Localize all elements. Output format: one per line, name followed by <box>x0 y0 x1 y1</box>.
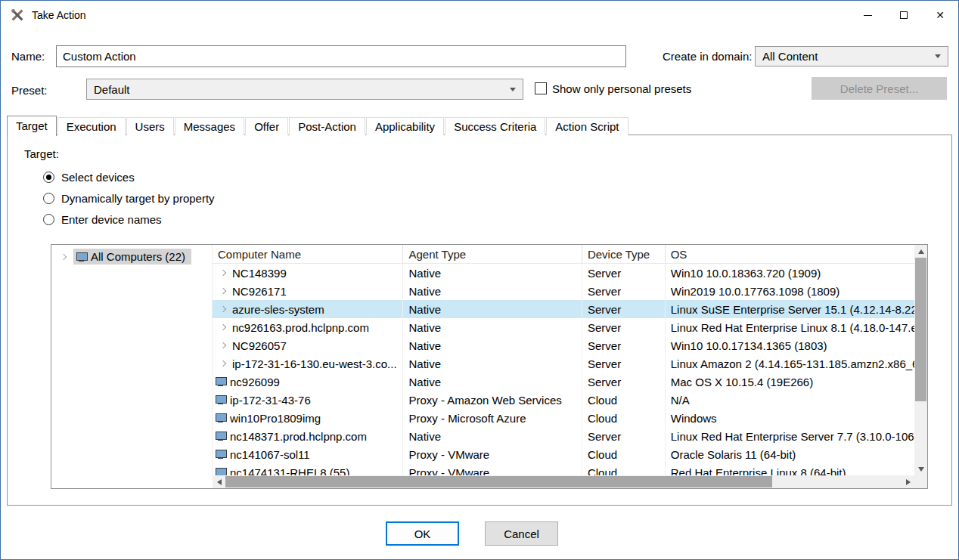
scroll-right-button[interactable] <box>902 475 914 488</box>
device-row[interactable]: ip-172-31-43-76Proxy - Amazon Web Servic… <box>213 391 914 409</box>
device-type-cell: Server <box>582 282 666 300</box>
agent-type-cell: Native <box>403 318 582 336</box>
name-input[interactable] <box>56 45 626 67</box>
expand-chevron-icon[interactable] <box>220 270 226 276</box>
arrow-left-icon <box>217 479 222 485</box>
tab-post-action[interactable]: Post-Action <box>289 117 365 135</box>
device-type-cell: Cloud <box>582 391 666 409</box>
column-header-computer-name[interactable]: Computer Name <box>213 245 403 263</box>
target-section-label: Target: <box>24 147 59 160</box>
agent-type-cell: Native <box>403 427 582 445</box>
horizontal-scroll-thumb[interactable] <box>225 476 772 487</box>
expand-chevron-icon[interactable] <box>220 306 226 312</box>
device-row[interactable]: azure-sles-systemNativeServerLinux SuSE … <box>213 300 914 318</box>
computer-name: ip-172-31-43-76 <box>230 394 311 407</box>
device-row[interactable]: nc148371.prod.hclpnp.comNativeServerLinu… <box>213 427 914 445</box>
close-button[interactable]: ✕ <box>922 1 958 29</box>
expand-chevron-icon[interactable] <box>61 253 67 259</box>
computer-name: nc141067-sol11 <box>230 448 310 461</box>
computer-name-cell: win10Pro1809img <box>213 409 403 427</box>
device-row[interactable]: ip-172-31-16-130.eu-west-3.co...NativeSe… <box>213 354 914 373</box>
minimize-button[interactable] <box>849 1 886 29</box>
device-type-cell: Server <box>582 264 666 282</box>
os-cell: Linux Amazon 2 (4.14.165-131.185.amzn2.x… <box>666 354 914 373</box>
column-header-os[interactable]: OS <box>666 245 914 263</box>
device-row[interactable]: nc141067-sol11Proxy - VMwareCloudOracle … <box>213 445 914 463</box>
radio-dynamically-target-by-property[interactable]: Dynamically target by property <box>43 187 215 209</box>
expand-chevron-icon[interactable] <box>220 360 226 367</box>
computer-icon <box>216 395 226 404</box>
delete-preset-button[interactable]: Delete Preset... <box>812 77 947 100</box>
ok-button[interactable]: OK <box>386 521 459 546</box>
chevron-down-icon <box>510 88 516 91</box>
device-row[interactable]: nc1474131-RHEL8 (55)Proxy - VMwareCloudR… <box>213 463 914 475</box>
os-cell: Red Hat Enterprise Linux 8 (64-bit) <box>666 463 914 475</box>
computer-tree-pane: All Computers (22) <box>51 245 213 475</box>
computer-name: nc1474131-RHEL8 (55) <box>230 466 349 476</box>
column-header-agent-type[interactable]: Agent Type <box>403 245 582 263</box>
expand-chevron-icon[interactable] <box>220 324 226 330</box>
os-cell: Win10 10.0.17134.1365 (1803) <box>666 336 914 354</box>
radio-enter-device-names[interactable]: Enter device names <box>43 209 215 230</box>
arrow-right-icon <box>906 479 911 485</box>
tab-applicability[interactable]: Applicability <box>366 117 444 135</box>
show-personal-presets-checkbox[interactable] <box>535 82 547 94</box>
tab-offer[interactable]: Offer <box>245 117 288 135</box>
radio-label: Dynamically target by property <box>61 192 215 205</box>
tab-bar: TargetExecutionUsersMessagesOfferPost-Ac… <box>7 115 629 135</box>
preset-label: Preset: <box>11 84 48 97</box>
computer-icon <box>216 413 226 422</box>
scroll-down-button[interactable] <box>914 463 927 475</box>
tab-execution[interactable]: Execution <box>57 117 126 135</box>
expand-chevron-icon[interactable] <box>220 288 226 294</box>
os-cell: Oracle Solaris 11 (64-bit) <box>666 445 914 463</box>
scroll-up-button[interactable] <box>914 245 927 258</box>
vertical-scrollbar[interactable] <box>914 245 927 475</box>
device-row[interactable]: NC148399NativeServerWin10 10.0.18363.720… <box>213 264 914 282</box>
computer-name-cell: nc141067-sol11 <box>213 445 403 463</box>
computer-name: azure-sles-system <box>232 303 324 316</box>
vertical-scroll-thumb[interactable] <box>915 258 926 401</box>
computer-name-cell: nc926163.prod.hclpnp.com <box>213 318 403 336</box>
domain-select[interactable]: All Content <box>755 46 948 67</box>
tab-messages[interactable]: Messages <box>175 117 244 135</box>
take-action-icon <box>10 8 25 23</box>
preset-select[interactable]: Default <box>86 79 523 100</box>
computer-name-cell: nc1474131-RHEL8 (55) <box>213 463 403 475</box>
computer-name: NC148399 <box>232 267 287 280</box>
minimize-icon <box>864 15 872 16</box>
computers-icon <box>76 252 87 261</box>
tree-item-all-computers[interactable]: All Computers (22) <box>51 248 212 265</box>
radio-select-devices[interactable]: Select devices <box>43 166 215 187</box>
tab-action-script[interactable]: Action Script <box>546 117 628 135</box>
computer-name-cell: NC148399 <box>213 264 403 282</box>
agent-type-cell: Native <box>403 282 582 300</box>
computer-name-cell: ip-172-31-16-130.eu-west-3.co... <box>213 354 403 373</box>
tab-users[interactable]: Users <box>126 117 174 135</box>
cancel-button[interactable]: Cancel <box>485 521 558 546</box>
device-row[interactable]: NC926057NativeServerWin10 10.0.17134.136… <box>213 336 914 354</box>
tab-success-criteria[interactable]: Success Criteria <box>445 117 545 135</box>
device-type-cell: Server <box>582 300 666 318</box>
tree-item-selection: All Computers (22) <box>73 249 191 265</box>
expand-chevron-icon[interactable] <box>220 342 226 348</box>
tab-target[interactable]: Target <box>7 116 57 136</box>
horizontal-scrollbar[interactable] <box>213 475 914 488</box>
device-row[interactable]: nc926099NativeServerMac OS X 10.15.4 (19… <box>213 373 914 391</box>
name-label: Name: <box>11 50 45 63</box>
maximize-button[interactable] <box>886 1 922 29</box>
os-cell: Mac OS X 10.15.4 (19E266) <box>666 373 914 391</box>
column-header-device-type[interactable]: Device Type <box>582 245 666 263</box>
computer-icon <box>216 377 226 386</box>
device-row[interactable]: win10Pro1809imgProxy - Microsoft AzureCl… <box>213 409 914 427</box>
scroll-left-button[interactable] <box>213 475 225 488</box>
device-table-body: NC148399NativeServerWin10 10.0.18363.720… <box>213 264 914 475</box>
radio-button-icon <box>43 214 54 225</box>
computer-icon <box>216 432 226 441</box>
computer-name-cell: nc148371.prod.hclpnp.com <box>213 427 403 445</box>
agent-type-cell: Native <box>403 373 582 391</box>
agent-type-cell: Native <box>403 336 582 354</box>
device-row[interactable]: nc926163.prod.hclpnp.comNativeServerLinu… <box>213 318 914 336</box>
device-row[interactable]: NC926171NativeServerWin2019 10.0.17763.1… <box>213 282 914 300</box>
target-tab-panel: Target: Select devicesDynamically target… <box>7 135 952 506</box>
